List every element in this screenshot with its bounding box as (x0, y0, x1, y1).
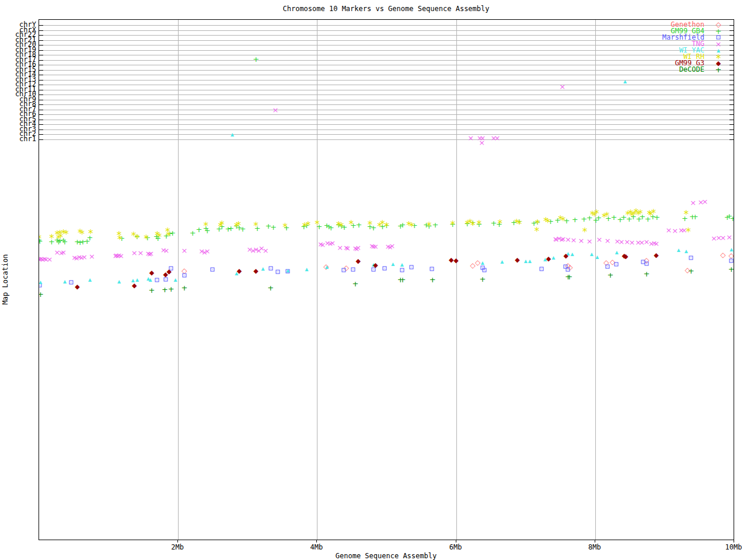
data-point: × (578, 237, 585, 244)
data-point (155, 278, 159, 282)
data-point (410, 265, 414, 270)
y-tick-right (729, 104, 734, 105)
data-point: + (728, 265, 734, 273)
data-point: ▴ (286, 267, 289, 274)
data-point (400, 268, 404, 272)
data-point: + (566, 273, 573, 281)
data-point: * (470, 220, 476, 230)
data-point: * (49, 233, 54, 243)
data-point: + (162, 286, 168, 293)
chromosome-gridline (39, 104, 734, 105)
data-point (483, 268, 487, 272)
data-point: × (181, 247, 187, 254)
data-point: × (467, 134, 474, 142)
data-point: + (190, 229, 196, 237)
data-point: * (204, 221, 209, 231)
chromosome-gridline (39, 114, 734, 115)
data-point (351, 268, 355, 272)
y-tick-right (729, 114, 734, 115)
data-point: * (450, 220, 455, 230)
data-point: * (582, 227, 588, 237)
data-point: × (46, 256, 53, 263)
x-tick-mark (316, 540, 317, 542)
y-tick-left (39, 134, 43, 135)
y-axis-label: Map Location (1, 254, 9, 305)
data-point: ▴ (400, 261, 404, 268)
data-point: ◆ (546, 256, 551, 262)
y-tick-left (39, 45, 43, 46)
x-tick-label: 6Mb (435, 543, 476, 551)
data-point (210, 268, 214, 272)
y-tick-right (729, 50, 734, 51)
data-point: ▴ (305, 265, 309, 272)
chromosome-gridline (39, 80, 734, 80)
data-point: + (270, 223, 277, 231)
data-point: × (596, 236, 602, 243)
data-point: ◆ (449, 257, 453, 263)
y-tick-left (39, 65, 43, 65)
y-tick-right (729, 94, 734, 95)
y-tick-label: chr1 (0, 135, 36, 142)
data-point: + (608, 271, 614, 279)
y-tick-left (39, 25, 43, 26)
y-tick-right (729, 124, 734, 125)
data-point: × (89, 253, 95, 260)
y-tick-right (729, 65, 734, 65)
data-point: * (282, 222, 288, 232)
y-tick-right (729, 70, 734, 71)
data-point: ◆ (355, 258, 360, 264)
data-point: + (399, 221, 406, 229)
data-point: ◆ (623, 253, 628, 260)
y-tick-right (729, 75, 734, 75)
data-point: + (432, 221, 438, 229)
data-point: × (389, 242, 396, 250)
data-point: * (157, 232, 162, 242)
legend-item-marker: + (715, 27, 722, 35)
data-point: + (399, 276, 406, 284)
y-tick-right (729, 110, 734, 110)
data-point (540, 267, 544, 271)
data-point: ▴ (261, 265, 264, 272)
data-point: * (144, 234, 149, 244)
data-point (689, 256, 693, 260)
data-point: * (253, 221, 259, 231)
data-point: × (653, 240, 659, 247)
data-point: ◆ (166, 268, 171, 275)
y-tick-right (729, 45, 734, 46)
chromosome-gridline (39, 139, 734, 140)
data-point: ▴ (528, 257, 532, 264)
x-gridline (317, 20, 317, 540)
data-point: × (372, 243, 379, 250)
data-point: × (337, 244, 343, 251)
x-gridline (178, 20, 179, 540)
data-point: ◆ (564, 253, 568, 259)
data-point: ▴ (173, 276, 177, 283)
data-point: × (148, 250, 154, 257)
data-point: ▴ (685, 247, 688, 254)
legend-item-marker (717, 36, 721, 40)
x-tick-label: 8Mb (574, 543, 615, 551)
data-point (341, 268, 345, 272)
data-point: + (148, 286, 155, 294)
y-tick-left (39, 85, 43, 85)
data-point: + (168, 285, 174, 293)
x-tick-label: 2Mb (157, 543, 198, 551)
data-point: ▴ (729, 246, 733, 253)
y-tick-left (39, 124, 43, 125)
x-tick-label: 10Mb (713, 543, 747, 551)
data-point: * (39, 234, 41, 244)
data-point: × (672, 227, 678, 235)
data-point: * (535, 219, 540, 229)
legend-item-label: DeCODE (584, 66, 704, 73)
y-tick-left (39, 30, 43, 31)
chromosome-gridline (39, 85, 734, 85)
data-point: ▴ (595, 253, 599, 260)
y-tick-left (39, 130, 43, 130)
data-point: * (517, 219, 522, 229)
data-point: + (181, 284, 187, 292)
data-point: ▴ (63, 278, 67, 285)
data-point: + (355, 221, 362, 229)
y-tick-right (729, 35, 734, 36)
data-point: * (384, 222, 389, 232)
data-point: * (477, 219, 482, 229)
